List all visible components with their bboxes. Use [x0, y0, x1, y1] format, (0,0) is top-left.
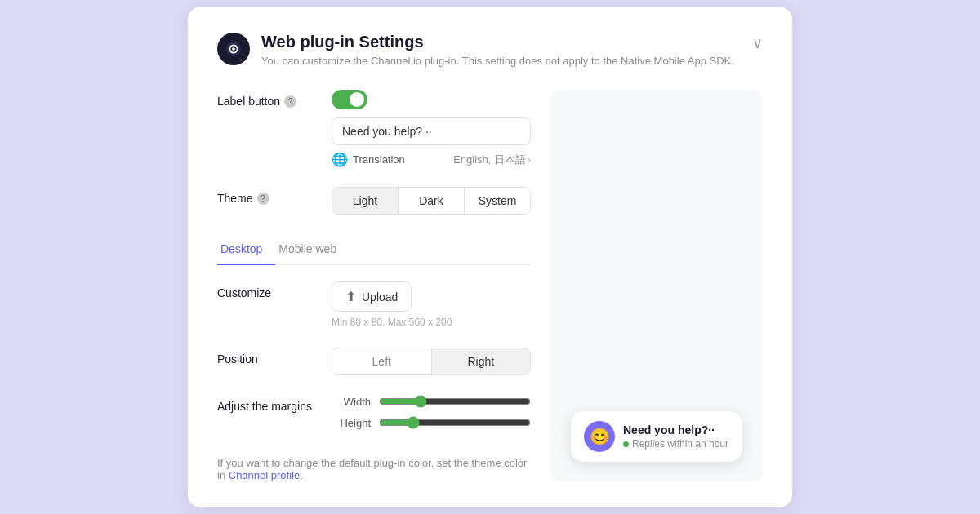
svg-point-2	[232, 47, 235, 51]
position-right-button[interactable]: Right	[432, 348, 531, 374]
theme-content: Light Dark System	[332, 187, 531, 215]
margins-content: Width Height	[332, 395, 531, 437]
customize-label: Customize	[217, 281, 332, 299]
preview-bubble: 😊 Need you help?·· Replies within an hou…	[571, 411, 742, 462]
bubble-subtitle: Replies within an hour	[623, 438, 728, 450]
upload-button[interactable]: ⬆ Upload	[332, 281, 412, 312]
page-title: Web plug-in Settings	[261, 33, 752, 51]
header: Web plug-in Settings You can customize t…	[217, 33, 763, 67]
left-panel: Label button ? 🌐 Translation English, 日本…	[217, 90, 531, 481]
settings-card: Web plug-in Settings You can customize t…	[188, 7, 792, 507]
width-slider[interactable]	[379, 395, 531, 408]
position-label: Position	[217, 348, 332, 366]
content-area: Label button ? 🌐 Translation English, 日本…	[217, 90, 763, 481]
customize-content: ⬆ Upload Min 80 x 80, Max 560 x 200	[332, 281, 531, 328]
footer-note: If you want to change the default plug-i…	[217, 457, 531, 481]
margins-row: Adjust the margins Width Height	[217, 395, 531, 437]
theme-label: Theme ?	[217, 187, 332, 205]
header-text: Web plug-in Settings You can customize t…	[261, 33, 752, 67]
online-dot	[623, 441, 629, 447]
position-row: Position Left Right	[217, 348, 531, 375]
tab-desktop[interactable]: Desktop	[217, 234, 275, 265]
upload-hint: Min 80 x 80, Max 560 x 200	[332, 317, 531, 328]
theme-group: Light Dark System	[332, 187, 531, 215]
channel-profile-link[interactable]: Channel profile.	[229, 469, 303, 481]
height-slider-row: Height	[332, 416, 531, 429]
translation-label: Translation	[353, 153, 405, 166]
position-left-button[interactable]: Left	[332, 348, 432, 374]
theme-dark-button[interactable]: Dark	[399, 188, 465, 214]
label-button-content: 🌐 Translation English, 日本語 ›	[332, 90, 531, 167]
translate-icon: 🌐	[332, 152, 348, 167]
label-button-help-icon[interactable]: ?	[284, 95, 296, 108]
avatar: 😊	[584, 421, 615, 452]
translation-chevron-icon: ›	[528, 154, 531, 166]
bubble-text: Need you help?·· Replies within an hour	[623, 423, 728, 450]
app-logo	[217, 33, 250, 65]
tab-mobile-web[interactable]: Mobile web	[275, 234, 350, 265]
width-label: Width	[332, 396, 371, 408]
tab-content: Customize ⬆ Upload Min 80 x 80, Max 560 …	[217, 281, 531, 437]
page-subtitle: You can customize the Channel.io plug-in…	[261, 55, 752, 67]
theme-light-button[interactable]: Light	[332, 188, 399, 214]
position-group: Left Right	[332, 348, 531, 375]
translation-value[interactable]: English, 日本語 ›	[453, 153, 531, 167]
label-button-input[interactable]	[332, 117, 531, 145]
tabs: Desktop Mobile web	[217, 234, 531, 265]
theme-help-icon[interactable]: ?	[257, 193, 270, 205]
customize-row: Customize ⬆ Upload Min 80 x 80, Max 560 …	[217, 281, 531, 328]
theme-row: Theme ? Light Dark System	[217, 187, 531, 215]
label-button-label: Label button ?	[217, 90, 332, 108]
label-button-toggle[interactable]	[332, 90, 368, 109]
height-slider[interactable]	[379, 416, 531, 429]
position-content: Left Right	[332, 348, 531, 375]
label-button-row: Label button ? 🌐 Translation English, 日本…	[217, 90, 531, 167]
preview-panel: 😊 Need you help?·· Replies within an hou…	[550, 90, 763, 481]
bubble-title: Need you help?··	[623, 423, 728, 436]
width-slider-row: Width	[332, 395, 531, 408]
collapse-button[interactable]: ∨	[752, 34, 763, 52]
upload-icon: ⬆	[345, 289, 356, 304]
margins-label: Adjust the margins	[217, 395, 332, 413]
translation-row: 🌐 Translation English, 日本語 ›	[332, 152, 531, 167]
theme-system-button[interactable]: System	[465, 188, 530, 214]
height-label: Height	[332, 417, 371, 429]
